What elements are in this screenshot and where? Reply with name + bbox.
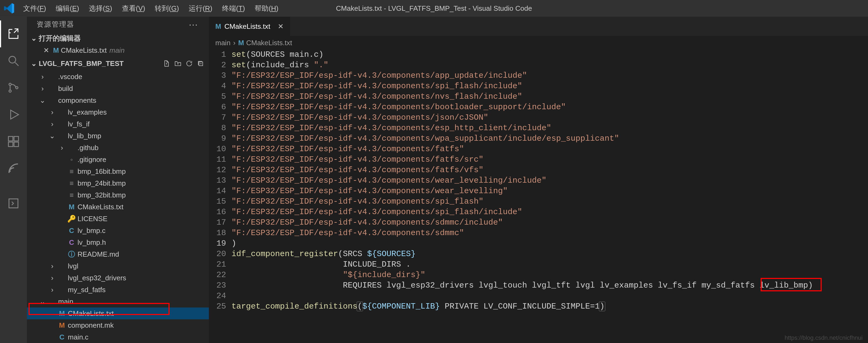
project-header[interactable]: ⌄ LVGL_FATFS_BMP_TEST	[27, 56, 209, 71]
menu-v[interactable]: 查看(V)	[117, 0, 150, 17]
code-line[interactable]: )	[231, 238, 868, 249]
tree-item-label: .github	[76, 144, 98, 152]
menu-t[interactable]: 终端(T)	[217, 0, 250, 17]
code-line[interactable]: "F:/ESP32/ESP_IDF/esp-idf-v4.3/component…	[231, 91, 868, 102]
code-line[interactable]: "F:/ESP32/ESP_IDF/esp-idf-v4.3/component…	[231, 186, 868, 196]
twisty-icon: ⌄	[38, 298, 48, 306]
sidebar-more-icon[interactable]: ···	[189, 19, 198, 30]
code-line[interactable]: REQUIRES lvgl_esp32_drivers lvgl_touch l…	[231, 280, 868, 291]
tree-item-label: bmp_24bit.bmp	[76, 179, 126, 188]
tree-item[interactable]: ≡bmp_16bit.bmp	[27, 165, 209, 177]
tree-item[interactable]: Clv_bmp.h	[27, 237, 209, 248]
activity-bar	[0, 17, 27, 343]
refresh-icon[interactable]	[184, 58, 195, 69]
breadcrumb-file-icon: M	[238, 39, 244, 47]
activity-scm[interactable]	[0, 74, 27, 101]
tree-item-label: CMakeLists.txt	[76, 203, 124, 211]
code-line[interactable]: "F:/ESP32/ESP_IDF/esp-idf-v4.3/component…	[231, 154, 868, 165]
tree-item[interactable]: MCMakeLists.txt	[27, 308, 209, 319]
code-line[interactable]: "F:/ESP32/ESP_IDF/esp-idf-v4.3/component…	[231, 165, 868, 176]
tree-item[interactable]: ⌄main	[27, 295, 209, 308]
file-icon: C	[57, 333, 67, 341]
activity-debug[interactable]	[0, 101, 27, 128]
tree-item[interactable]: ›.github	[27, 142, 209, 154]
tree-item[interactable]: ›lvgl_esp32_drivers	[27, 272, 209, 284]
code-line[interactable]: "F:/ESP32/ESP_IDF/esp-idf-v4.3/component…	[231, 228, 868, 238]
menu-bar: 文件(F)编辑(E)选择(S)查看(V)转到(G)运行(R)终端(T)帮助(H)	[18, 0, 283, 17]
activity-explorer[interactable]	[0, 21, 27, 48]
code-line[interactable]: "F:/ESP32/ESP_IDF/esp-idf-v4.3/component…	[231, 176, 868, 186]
menu-r[interactable]: 运行(R)	[184, 0, 217, 17]
close-icon[interactable]: ✕	[41, 46, 51, 55]
breadcrumb-segment[interactable]: main	[215, 39, 230, 47]
code-line[interactable]: INCLUDE_DIRS .	[231, 259, 868, 270]
tree-item[interactable]: ›lv_fs_if	[27, 118, 209, 130]
tree-item[interactable]: Cmain.c	[27, 331, 209, 343]
code-line[interactable]: "F:/ESP32/ESP_IDF/esp-idf-v4.3/component…	[231, 123, 868, 133]
file-icon: ◦	[67, 155, 76, 164]
breadcrumb-segment[interactable]: CMakeLists.txt	[246, 39, 292, 47]
svg-rect-5	[14, 136, 19, 141]
code-line[interactable]	[231, 291, 868, 301]
code-line[interactable]: "F:/ESP32/ESP_IDF/esp-idf-v4.3/component…	[231, 217, 868, 228]
twisty-icon: ›	[38, 73, 48, 81]
menu-f[interactable]: 文件(F)	[18, 0, 51, 17]
breadcrumbs[interactable]: main › M CMakeLists.txt	[209, 36, 868, 50]
code-line[interactable]: "F:/ESP32/ESP_IDF/esp-idf-v4.3/component…	[231, 207, 868, 217]
chevron-right-icon: ›	[233, 39, 236, 47]
activity-extensions[interactable]	[0, 128, 27, 155]
tree-item[interactable]: ⌄lv_lib_bmp	[27, 130, 209, 142]
tree-item-label: lv_lib_bmp	[67, 132, 101, 140]
menu-s[interactable]: 选择(S)	[84, 0, 117, 17]
tree-item[interactable]: ⌄components	[27, 94, 209, 106]
svg-point-1	[9, 83, 11, 85]
tab-bar: M CMakeLists.txt ✕	[209, 17, 868, 36]
editor-area: M CMakeLists.txt ✕ main › M CMakeLists.t…	[209, 17, 868, 343]
code-editor[interactable]: set(SOURCES main.c)set(include_dirs ".""…	[231, 50, 868, 343]
tree-item[interactable]: ≡bmp_32bit.bmp	[27, 189, 209, 201]
activity-other[interactable]	[0, 190, 27, 217]
code-line[interactable]: target_compile_definitions(${COMPONENT_L…	[231, 301, 868, 312]
file-icon: M	[67, 203, 76, 211]
tree-item[interactable]: ≡bmp_24bit.bmp	[27, 177, 209, 189]
collapse-all-icon[interactable]	[195, 58, 206, 69]
tree-item[interactable]: 🔑LICENSE	[27, 213, 209, 225]
code-line[interactable]: "F:/ESP32/ESP_IDF/esp-idf-v4.3/component…	[231, 133, 868, 144]
tree-item[interactable]: ⓘREADME.md	[27, 248, 209, 260]
vscode-logo-icon	[4, 3, 14, 14]
tree-item[interactable]: Clv_bmp.c	[27, 225, 209, 237]
tree-item[interactable]: ›build	[27, 83, 209, 94]
menu-e[interactable]: 编辑(E)	[51, 0, 84, 17]
tree-item[interactable]: Mcomponent.mk	[27, 319, 209, 331]
code-line[interactable]: "F:/ESP32/ESP_IDF/esp-idf-v4.3/component…	[231, 113, 868, 123]
tree-item[interactable]: ›.vscode	[27, 71, 209, 83]
close-icon[interactable]: ✕	[278, 22, 284, 31]
open-editors-header[interactable]: ⌄ 打开的编辑器	[27, 32, 209, 45]
code-line[interactable]: "F:/ESP32/ESP_IDF/esp-idf-v4.3/component…	[231, 81, 868, 91]
file-icon: 🔑	[67, 215, 76, 223]
tree-item[interactable]: ›my_sd_fatfs	[27, 284, 209, 295]
code-line[interactable]: "F:/ESP32/ESP_IDF/esp-idf-v4.3/component…	[231, 102, 868, 113]
code-line[interactable]: set(SOURCES main.c)	[231, 50, 868, 60]
project-label: LVGL_FATFS_BMP_TEST	[39, 59, 124, 68]
menu-g[interactable]: 转到(G)	[150, 0, 184, 17]
code-line[interactable]: "${include_dirs}"	[231, 270, 868, 280]
tab-cmakelists[interactable]: M CMakeLists.txt ✕	[209, 17, 290, 36]
tree-item[interactable]: ›lv_examples	[27, 106, 209, 118]
code-line[interactable]: idf_component_register(SRCS ${SOURCES}	[231, 249, 868, 259]
activity-espressif[interactable]	[0, 155, 27, 182]
open-editor-item[interactable]: ✕M CMakeLists.txtmain	[27, 45, 209, 56]
svg-rect-6	[8, 142, 13, 147]
new-file-icon[interactable]	[161, 58, 172, 69]
code-line[interactable]: "F:/ESP32/ESP_IDF/esp-idf-v4.3/component…	[231, 144, 868, 154]
code-line[interactable]: set(include_dirs "."	[231, 60, 868, 70]
code-line[interactable]: "F:/ESP32/ESP_IDF/esp-idf-v4.3/component…	[231, 196, 868, 207]
tree-item[interactable]: MCMakeLists.txt	[27, 201, 209, 213]
tree-item[interactable]: ›lvgl	[27, 260, 209, 272]
new-folder-icon[interactable]	[172, 58, 184, 69]
svg-rect-4	[8, 136, 13, 141]
activity-search[interactable]	[0, 48, 27, 74]
tree-item[interactable]: ◦.gitignore	[27, 154, 209, 165]
code-line[interactable]: "F:/ESP32/ESP_IDF/esp-idf-v4.3/component…	[231, 70, 868, 81]
menu-h[interactable]: 帮助(H)	[250, 0, 283, 17]
